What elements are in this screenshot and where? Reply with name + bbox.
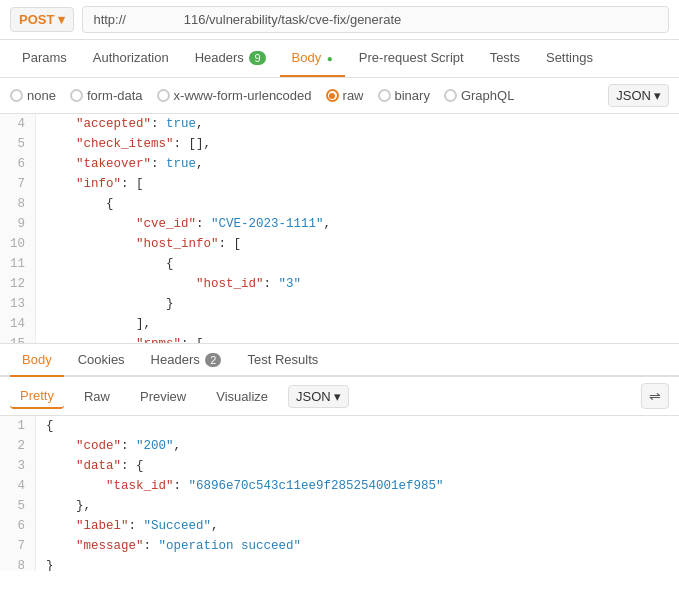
- resp-line-4: 4 "task_id": "6896e70c543c11ee9f28525400…: [0, 476, 679, 496]
- line-11: 11 {: [0, 254, 679, 274]
- format-urlencoded[interactable]: x-www-form-urlencoded: [157, 88, 312, 103]
- resp-line-8: 8 }: [0, 556, 679, 571]
- radio-urlencoded: [157, 89, 170, 102]
- response-json-chevron: ▾: [334, 389, 341, 404]
- radio-form-data: [70, 89, 83, 102]
- tab-response-body[interactable]: Body: [10, 344, 64, 377]
- line-12: 12 "host_id": "3": [0, 274, 679, 294]
- url-input[interactable]: [82, 6, 669, 33]
- tab-response-headers[interactable]: Headers 2: [139, 344, 234, 377]
- format-raw[interactable]: raw: [326, 88, 364, 103]
- resp-line-5: 5 },: [0, 496, 679, 516]
- response-body-editor[interactable]: 1 { 2 "code": "200", 3 "data": { 4 "task…: [0, 416, 679, 571]
- response-json-label: JSON: [296, 389, 331, 404]
- line-13: 13 }: [0, 294, 679, 314]
- request-nav-tabs: Params Authorization Headers 9 Body ● Pr…: [0, 40, 679, 78]
- format-binary[interactable]: binary: [378, 88, 430, 103]
- format-form-data[interactable]: form-data: [70, 88, 143, 103]
- resp-line-3: 3 "data": {: [0, 456, 679, 476]
- url-bar: POST ▾: [0, 0, 679, 40]
- line-14: 14 ],: [0, 314, 679, 334]
- resp-line-6: 6 "label": "Succeed",: [0, 516, 679, 536]
- tab-settings[interactable]: Settings: [534, 40, 605, 77]
- json-type-label: JSON: [616, 88, 651, 103]
- tab-body[interactable]: Body ●: [280, 40, 345, 77]
- radio-binary: [378, 89, 391, 102]
- headers-badge: 9: [249, 51, 265, 65]
- line-9: 9 "cve_id": "CVE-2023-1111",: [0, 214, 679, 234]
- line-10: 10 "host_info": [: [0, 234, 679, 254]
- resp-line-1: 1 {: [0, 416, 679, 436]
- resp-line-7: 7 "message": "operation succeed": [0, 536, 679, 556]
- tab-params[interactable]: Params: [10, 40, 79, 77]
- line-4: 4 "accepted": true,: [0, 114, 679, 134]
- tab-prerequest[interactable]: Pre-request Script: [347, 40, 476, 77]
- format-icon-button[interactable]: ⇌: [641, 383, 669, 409]
- resp-line-2: 2 "code": "200",: [0, 436, 679, 456]
- response-headers-badge: 2: [205, 353, 221, 367]
- format-none[interactable]: none: [10, 88, 56, 103]
- line-7: 7 "info": [: [0, 174, 679, 194]
- response-visualize[interactable]: Visualize: [206, 385, 278, 408]
- request-body-editor[interactable]: 4 "accepted": true, 5 "check_items": [],…: [0, 114, 679, 344]
- response-raw[interactable]: Raw: [74, 385, 120, 408]
- radio-raw: [326, 89, 339, 102]
- tab-response-cookies[interactable]: Cookies: [66, 344, 137, 377]
- method-chevron: ▾: [58, 12, 65, 27]
- tab-test-results[interactable]: Test Results: [235, 344, 330, 377]
- response-tabs: Body Cookies Headers 2 Test Results: [0, 344, 679, 377]
- format-graphql[interactable]: GraphQL: [444, 88, 514, 103]
- response-pretty[interactable]: Pretty: [10, 384, 64, 409]
- radio-graphql: [444, 89, 457, 102]
- tab-authorization[interactable]: Authorization: [81, 40, 181, 77]
- line-6: 6 "takeover": true,: [0, 154, 679, 174]
- tab-headers[interactable]: Headers 9: [183, 40, 278, 77]
- body-format-bar: none form-data x-www-form-urlencoded raw…: [0, 78, 679, 114]
- line-15: 15 "rpms": [: [0, 334, 679, 344]
- response-json-select[interactable]: JSON ▾: [288, 385, 349, 408]
- response-format-bar: Pretty Raw Preview Visualize JSON ▾ ⇌: [0, 377, 679, 416]
- method-label: POST: [19, 12, 54, 27]
- json-chevron: ▾: [654, 88, 661, 103]
- json-type-select[interactable]: JSON ▾: [608, 84, 669, 107]
- response-preview[interactable]: Preview: [130, 385, 196, 408]
- method-select[interactable]: POST ▾: [10, 7, 74, 32]
- line-8: 8 {: [0, 194, 679, 214]
- tab-tests[interactable]: Tests: [478, 40, 532, 77]
- line-5: 5 "check_items": [],: [0, 134, 679, 154]
- radio-none: [10, 89, 23, 102]
